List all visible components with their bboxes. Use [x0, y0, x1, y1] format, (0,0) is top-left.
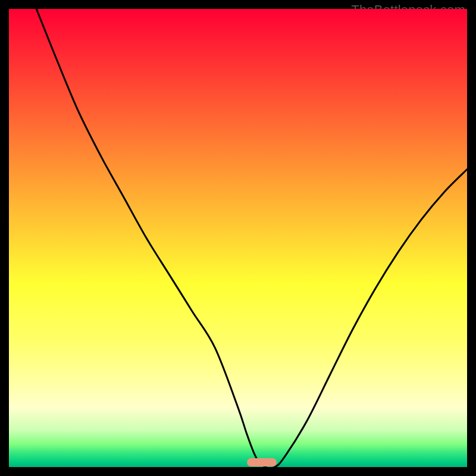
min-marker: [247, 458, 277, 466]
plot-area: [9, 9, 467, 467]
chart-frame: TheBottleneck.com: [0, 0, 476, 476]
bottleneck-curve: [9, 9, 467, 467]
